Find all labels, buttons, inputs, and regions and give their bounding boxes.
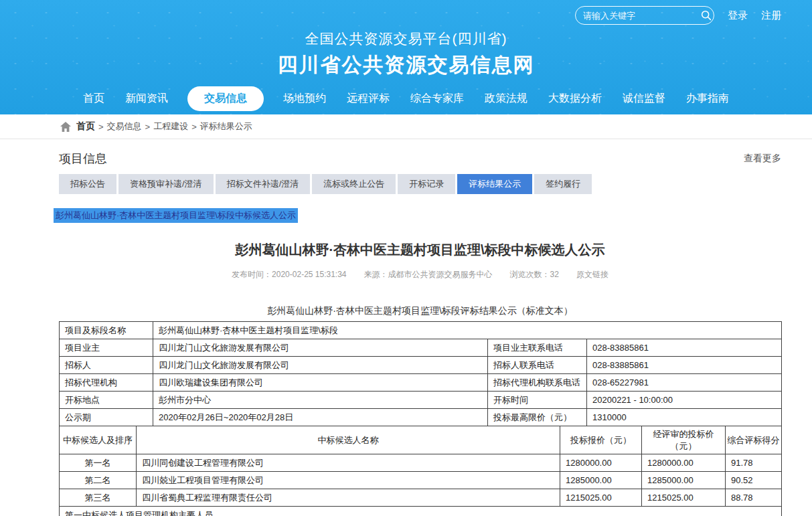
cell-candidate-name: 四川兢业工程项目管理有限公司	[137, 472, 560, 489]
nav-item-venue-booking[interactable]: 场地预约	[282, 86, 327, 111]
table-row: 招标代理机构 四川欧瑞建设集团有限公司 招标代理机构联系电话 028-65227…	[60, 374, 782, 392]
content-container: 项目信息 查看更多 招标公告 资格预审补遗/澄清 招标文件补遗/澄清 流标或终止…	[59, 151, 781, 516]
login-link[interactable]: 登录	[728, 9, 748, 22]
tab-failed-or-terminated[interactable]: 流标或终止公告	[312, 174, 396, 194]
view-more-link[interactable]: 查看更多	[744, 153, 781, 165]
home-icon[interactable]	[60, 122, 71, 132]
cell-label: 招标代理机构	[60, 374, 153, 392]
breadcrumb: 首页 > 交易信息 > 工程建设 > 评标结果公示	[0, 114, 812, 139]
breadcrumb-eval-result[interactable]: 评标结果公示	[200, 120, 252, 133]
header-candidate-name: 中标候选人名称	[137, 426, 560, 454]
tab-contract-performance[interactable]: 签约履行	[534, 174, 592, 194]
header-evaluated-price: 经评审的投标价（元）	[642, 426, 726, 454]
tab-bid-doc-addendum[interactable]: 招标文件补遗/澄清	[216, 174, 311, 194]
cell-label: 公示期	[60, 409, 153, 426]
cell-label: 项目业主联系电话	[488, 339, 587, 357]
site-title: 四川省公共资源交易信息网	[0, 52, 812, 79]
project-info-table: 项目及标段名称 彭州葛仙山林野·杏林中医主题村项目监理\标段 项目业主 四川龙门…	[59, 321, 782, 426]
section-title: 项目信息	[59, 151, 107, 167]
section-head: 项目信息 查看更多	[59, 151, 781, 167]
cell-label: 开标地点	[60, 392, 153, 409]
table-row: 第一中标候选人项目管理机构主要人员	[60, 507, 782, 516]
cell-bid-price: 1215025.00	[560, 489, 642, 507]
table-row: 第一名 四川同创建设工程管理有限公司 1280000.00 1280000.00…	[60, 454, 782, 472]
breadcrumb-separator: >	[145, 122, 151, 132]
table-row: 第二名 四川兢业工程项目管理有限公司 1285000.00 1285000.00…	[60, 472, 782, 489]
breadcrumb-separator: >	[98, 122, 104, 132]
selected-result-link[interactable]: 彭州葛仙山林野·杏林中医主题村项目监理\标段中标候选人公示	[54, 208, 298, 223]
cell-value: 彭州市分中心	[153, 392, 488, 409]
table-row: 项目业主 四川龙门山文化旅游发展有限公司 项目业主联系电话 028-838858…	[60, 339, 782, 357]
publish-time: 发布时间：2020-02-25 15:31:34	[232, 269, 346, 280]
nav-item-home[interactable]: 首页	[82, 86, 106, 111]
breadcrumb-separator: >	[191, 122, 197, 132]
search-box[interactable]	[575, 6, 714, 25]
cell-evaluated-price: 1280000.00	[642, 454, 726, 472]
header-rank: 中标候选人及排序	[60, 426, 137, 454]
breadcrumb-home[interactable]: 首页	[76, 120, 95, 133]
cell-evaluated-price: 1215025.00	[642, 489, 726, 507]
table-row: 第三名 四川省蜀典工程监理有限责任公司 1215025.00 1215025.0…	[60, 489, 782, 507]
cell-value: 四川龙门山文化旅游发展有限公司	[153, 357, 488, 374]
breadcrumb-construction[interactable]: 工程建设	[153, 120, 188, 133]
nav-item-big-data[interactable]: 大数据分析	[547, 86, 603, 111]
site-header: 登录 注册 全国公共资源交易平台(四川省) 四川省公共资源交易信息网 首页 新闻…	[0, 0, 812, 114]
cell-label: 项目及标段名称	[60, 322, 153, 339]
cell-value: 028-83885861	[587, 339, 782, 357]
tab-eval-result[interactable]: 评标结果公示	[457, 174, 532, 194]
site-subtitle: 全国公共资源交易平台(四川省)	[0, 29, 812, 48]
cell-candidate-name: 四川同创建设工程管理有限公司	[137, 454, 560, 472]
register-link[interactable]: 注册	[761, 9, 781, 22]
nav-item-policies[interactable]: 政策法规	[483, 86, 529, 111]
nav-item-remote-evaluation[interactable]: 远程评标	[345, 86, 391, 111]
cell-score: 88.78	[726, 489, 782, 507]
cell-evaluated-price: 1285000.00	[642, 472, 726, 489]
candidates-table: 中标候选人及排序 中标候选人名称 投标报价（元） 经评审的投标价（元） 综合评标…	[59, 426, 782, 516]
cell-value: 028-65227981	[587, 374, 782, 392]
tab-prequalification-addendum[interactable]: 资格预审补遗/澄清	[118, 174, 214, 194]
cell-rank: 第一名	[60, 454, 137, 472]
cell-label: 项目业主	[60, 339, 153, 357]
table-row: 开标地点 彭州市分中心 开标时间 20200221 - 10:00:00	[60, 392, 782, 409]
article-title: 彭州葛仙山林野·杏林中医主题村项目监理\标段中标候选人公示	[59, 241, 781, 259]
tabs: 招标公告 资格预审补遗/澄清 招标文件补遗/澄清 流标或终止公告 开标记录 评标…	[59, 174, 781, 194]
table-row: 招标人 四川龙门山文化旅游发展有限公司 招标人联系电话 028-83885861	[60, 357, 782, 374]
cell-label: 招标代理机构联系电话	[488, 374, 587, 392]
cell-value: 四川龙门山文化旅游发展有限公司	[153, 339, 488, 357]
search-icon[interactable]	[701, 10, 712, 21]
nav-item-expert-pool[interactable]: 综合专家库	[409, 86, 465, 111]
cell-label: 招标人	[60, 357, 153, 374]
cell-score: 90.52	[726, 472, 782, 489]
tab-bid-announcement[interactable]: 招标公告	[59, 174, 116, 194]
cell-value: 四川欧瑞建设集团有限公司	[153, 374, 488, 392]
tab-bid-opening-record[interactable]: 开标记录	[398, 174, 455, 194]
cell-value: 2020年02月26日~2020年02月28日	[153, 409, 488, 426]
cell-value: 20200221 - 10:00:00	[587, 392, 782, 409]
cell-value: 028-83885861	[587, 357, 782, 374]
view-count: 浏览次数：32	[510, 269, 559, 280]
cell-rank: 第二名	[60, 472, 137, 489]
topbar: 登录 注册	[575, 6, 781, 25]
breadcrumb-trade-info[interactable]: 交易信息	[107, 120, 142, 133]
nav-item-guide[interactable]: 办事指南	[685, 86, 730, 111]
main-nav: 首页 新闻资讯 交易信息 场地预约 远程评标 综合专家库 政策法规 大数据分析 …	[0, 86, 812, 111]
cell-rank: 第三名	[60, 489, 137, 507]
source: 来源：成都市公共资源交易服务中心	[364, 269, 493, 280]
nav-item-trade-info[interactable]: 交易信息	[187, 86, 264, 111]
cell-bid-price: 1280000.00	[560, 454, 642, 472]
article-meta: 发布时间：2020-02-25 15:31:34 来源：成都市公共资源交易服务中…	[59, 269, 781, 280]
cell-label: 投标最高限价（元）	[488, 409, 587, 426]
nav-item-integrity[interactable]: 诚信监督	[621, 86, 667, 111]
cell-value: 彭州葛仙山林野·杏林中医主题村项目监理\标段	[153, 322, 782, 339]
search-input[interactable]	[583, 11, 701, 21]
nav-item-news[interactable]: 新闻资讯	[124, 86, 169, 111]
header-bid-price: 投标报价（元）	[560, 426, 642, 454]
cell-footer-section: 第一中标候选人项目管理机构主要人员	[60, 507, 782, 516]
cell-candidate-name: 四川省蜀典工程监理有限责任公司	[137, 489, 560, 507]
table-caption: 彭州葛仙山林野·杏林中医主题村项目监理\标段评标结果公示（标准文本）	[59, 305, 781, 317]
original-link[interactable]: 原文链接	[576, 269, 608, 280]
table-row: 项目及标段名称 彭州葛仙山林野·杏林中医主题村项目监理\标段	[60, 322, 782, 339]
cell-value: 1310000	[587, 409, 782, 426]
cell-bid-price: 1285000.00	[560, 472, 642, 489]
candidates-header-row: 中标候选人及排序 中标候选人名称 投标报价（元） 经评审的投标价（元） 综合评标…	[60, 426, 782, 454]
